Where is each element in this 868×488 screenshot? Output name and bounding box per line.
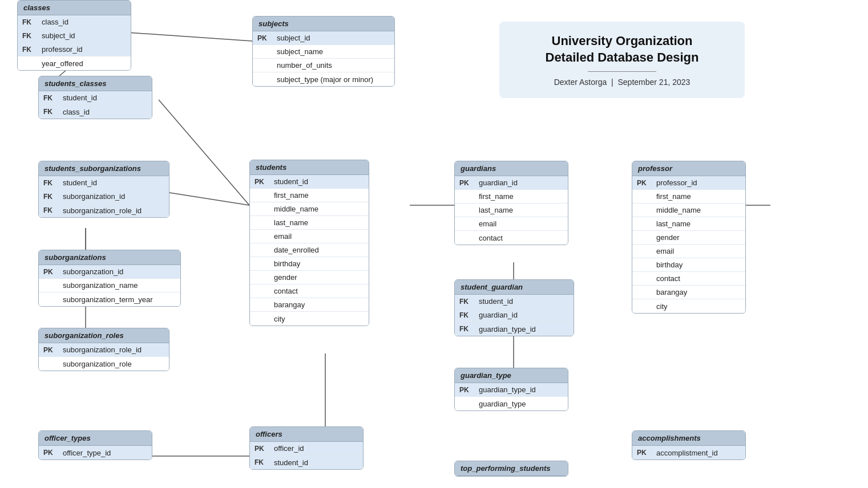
table-row: city xyxy=(632,299,745,313)
table-row: year_offered xyxy=(18,56,131,70)
table-row: middle_name xyxy=(632,204,745,217)
table-students-classes: students_classes FK student_id FK class_… xyxy=(38,76,152,119)
table-row: PK accomplistment_id xyxy=(632,446,745,459)
table-officer-types-header: officer_types xyxy=(39,431,152,446)
title-divider xyxy=(588,71,656,72)
table-row: FK guardian_id xyxy=(455,308,574,322)
table-student-guardian-header: student_guardian xyxy=(455,280,574,295)
table-row: city xyxy=(250,312,369,326)
table-student-guardian-body: FK student_id FK guardian_id FK guardian… xyxy=(455,295,574,336)
table-row: last_name xyxy=(455,204,568,217)
table-row: PK guardian_id xyxy=(455,176,568,190)
table-row: barangay xyxy=(632,286,745,299)
table-guardians-header: guardians xyxy=(455,161,568,176)
table-row: email xyxy=(455,217,568,231)
table-row: email xyxy=(632,245,745,258)
table-row: PK officer_type_id xyxy=(39,446,152,459)
table-accomplishments-header: accomplishments xyxy=(632,431,745,446)
table-professor: professor PK professor_id first_name mid… xyxy=(632,161,746,314)
table-student-guardian: student_guardian FK student_id FK guardi… xyxy=(454,279,574,336)
table-row: first_name xyxy=(632,190,745,204)
table-row: email xyxy=(250,230,369,243)
table-row: FK professor_id xyxy=(18,43,131,56)
table-guardian-type: guardian_type PK guardian_type_id guardi… xyxy=(454,368,568,411)
table-suborganization-roles: suborganization_roles PK suborganization… xyxy=(38,328,169,371)
table-row: PK student_id xyxy=(250,175,369,189)
table-students-header: students xyxy=(250,160,369,175)
table-students-classes-body: FK student_id FK class_id xyxy=(39,91,152,119)
table-row: FK subject_id xyxy=(18,29,131,43)
table-suborganizations: suborganizations PK suborganzation_id su… xyxy=(38,250,181,307)
table-row: contact xyxy=(455,231,568,245)
table-row: middle_name xyxy=(250,202,369,216)
table-classes-body: FK class_id FK subject_id FK professor_i… xyxy=(18,15,131,70)
table-subjects-header: subjects xyxy=(253,17,394,31)
table-row: FK student_id xyxy=(455,295,574,308)
table-row: contact xyxy=(250,284,369,298)
table-suborganization-roles-header: suborganization_roles xyxy=(39,328,169,343)
table-row: barangay xyxy=(250,298,369,312)
table-guardians-body: PK guardian_id first_name last_name emai… xyxy=(455,176,568,245)
table-row: subject_name xyxy=(253,45,394,59)
table-suborganizations-header: suborganizations xyxy=(39,250,180,265)
table-row: suborganization_term_year xyxy=(39,292,180,306)
table-row: first_name xyxy=(250,189,369,202)
table-row: suborganization_role xyxy=(39,357,169,371)
svg-line-3 xyxy=(159,191,249,205)
table-professor-body: PK professor_id first_name middle_name l… xyxy=(632,176,745,313)
table-suborganization-roles-body: PK suborganization_role_id suborganizati… xyxy=(39,343,169,371)
table-row: number_of_units xyxy=(253,59,394,72)
table-students-suborganizations-body: FK student_id FK suborganization_id FK s… xyxy=(39,176,169,217)
table-row: birthday xyxy=(250,257,369,271)
title-box: University Organization Detailed Databas… xyxy=(499,22,745,98)
canvas: classes FK class_id FK subject_id FK pro… xyxy=(0,0,868,488)
table-row: subject_type (major or minor) xyxy=(253,72,394,86)
table-row: FK class_id xyxy=(39,105,152,119)
table-students-suborganizations-header: students_suborganizations xyxy=(39,161,169,176)
table-accomplishments-body: PK accomplistment_id xyxy=(632,446,745,459)
table-row: date_enrolled xyxy=(250,243,369,257)
table-professor-header: professor xyxy=(632,161,745,176)
table-students-classes-header: students_classes xyxy=(39,76,152,91)
table-officer-types-body: PK officer_type_id xyxy=(39,446,152,459)
table-officers-header: officers xyxy=(250,427,363,442)
table-row: FK student_id xyxy=(39,91,152,105)
table-officers-body: PK officer_id FK student_id xyxy=(250,442,363,469)
table-row: PK guardian_type_id xyxy=(455,383,568,397)
table-row: last_name xyxy=(632,217,745,231)
title-subtitle: Dexter Astorga | September 21, 2023 xyxy=(516,78,728,87)
svg-line-2 xyxy=(159,100,249,205)
table-row: last_name xyxy=(250,216,369,230)
table-guardian-type-header: guardian_type xyxy=(455,368,568,383)
table-row: FK suborganization_role_id xyxy=(39,204,169,217)
table-row: birthday xyxy=(632,258,745,272)
table-guardian-type-body: PK guardian_type_id guardian_type xyxy=(455,383,568,410)
table-top-performing-students: top_performing_students xyxy=(454,461,568,477)
table-subjects: subjects PK subject_id subject_name numb… xyxy=(252,16,395,87)
title-line1: University Organization Detailed Databas… xyxy=(516,33,728,66)
table-students-body: PK student_id first_name middle_name las… xyxy=(250,175,369,326)
table-row: FK student_id xyxy=(39,176,169,190)
table-classes: classes FK class_id FK subject_id FK pro… xyxy=(17,0,131,71)
table-row: PK suborganization_role_id xyxy=(39,343,169,357)
table-row: guardian_type xyxy=(455,397,568,410)
table-top-performing-students-header: top_performing_students xyxy=(455,461,568,476)
table-row: PK officer_id xyxy=(250,442,363,456)
table-row: PK professor_id xyxy=(632,176,745,190)
table-row: PK suborganzation_id xyxy=(39,265,180,279)
table-accomplishments: accomplishments PK accomplistment_id xyxy=(632,430,746,460)
table-row: gender xyxy=(632,231,745,245)
table-students: students PK student_id first_name middle… xyxy=(249,160,369,326)
table-suborganizations-body: PK suborganzation_id suborganization_nam… xyxy=(39,265,180,306)
table-row: contact xyxy=(632,272,745,286)
table-subjects-body: PK subject_id subject_name number_of_uni… xyxy=(253,31,394,86)
svg-line-0 xyxy=(111,31,252,41)
table-classes-header: classes xyxy=(18,1,131,15)
table-row: FK class_id xyxy=(18,15,131,29)
table-row: FK student_id xyxy=(250,456,363,469)
table-row: first_name xyxy=(455,190,568,204)
table-row: FK guardian_type_id xyxy=(455,322,574,336)
table-officers: officers PK officer_id FK student_id xyxy=(249,426,364,470)
table-row: gender xyxy=(250,271,369,284)
table-row: PK subject_id xyxy=(253,31,394,45)
